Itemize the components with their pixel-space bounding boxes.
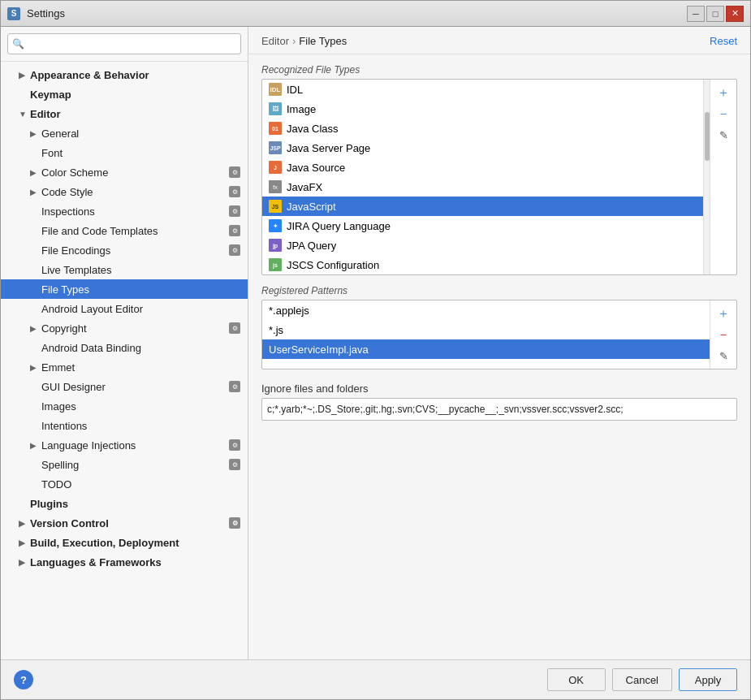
javafx-label: JavaFX xyxy=(287,181,697,193)
sidebar-item-build[interactable]: ▶ Build, Execution, Deployment xyxy=(1,533,248,552)
recognized-scrollbar[interactable] xyxy=(703,80,710,274)
jira-label: JIRA Query Language xyxy=(287,220,697,232)
list-item-java-server-page[interactable]: JSP Java Server Page xyxy=(262,138,703,158)
panels-area: Recognized File Types IDL IDL 🖼 Imag xyxy=(248,54,750,659)
close-button[interactable]: ✕ xyxy=(726,6,744,22)
sidebar-item-color-scheme[interactable]: ▶ Color Scheme ⚙ xyxy=(1,162,248,182)
cancel-button[interactable]: Cancel xyxy=(612,668,672,691)
idl-icon: IDL xyxy=(269,83,282,96)
bottom-bar: ? OK Cancel Apply xyxy=(1,659,750,699)
main-panel: Editor › File Types Reset Recognized Fil… xyxy=(248,27,750,659)
breadcrumb-separator: › xyxy=(292,35,296,47)
sidebar-item-android-layout-editor[interactable]: Android Layout Editor xyxy=(1,299,248,318)
remove-pattern-button[interactable]: － xyxy=(714,325,733,344)
list-item-idl[interactable]: IDL IDL xyxy=(262,80,703,99)
image-label: Image xyxy=(287,103,697,115)
sidebar-item-plugins[interactable]: Plugins xyxy=(1,494,248,513)
jsp-label: Java Server Page xyxy=(287,142,697,154)
list-item-applejs[interactable]: *.applejs xyxy=(262,300,710,320)
list-item-java-source[interactable]: J Java Source xyxy=(262,158,703,177)
search-icon: 🔍 xyxy=(12,38,24,50)
sidebar-item-file-encodings[interactable]: File Encodings ⚙ xyxy=(1,240,248,260)
ignore-label: Ignore files and folders xyxy=(261,382,737,395)
list-item-javafx[interactable]: fx JavaFX xyxy=(262,177,703,197)
sidebar-item-general[interactable]: ▶ General xyxy=(1,123,248,143)
list-item-js-pattern[interactable]: *.js xyxy=(262,320,710,339)
ok-button[interactable]: OK xyxy=(547,668,606,691)
java-source-icon: J xyxy=(269,161,282,174)
breadcrumb-parent: Editor xyxy=(261,35,289,47)
add-file-type-button[interactable]: ＋ xyxy=(714,83,733,102)
list-item-javascript[interactable]: JS JavaScript xyxy=(262,197,703,216)
expand-arrow-appearance: ▶ xyxy=(19,71,30,80)
sidebar-item-editor[interactable]: ▼ Editor xyxy=(1,104,248,123)
sidebar-item-version-control[interactable]: ▶ Version Control ⚙ xyxy=(1,513,248,533)
expand-arrow-general: ▶ xyxy=(30,129,41,138)
dialog-buttons: OK Cancel Apply xyxy=(547,668,737,691)
ignore-section: Ignore files and folders xyxy=(261,382,737,421)
jira-icon: ✦ xyxy=(269,219,282,232)
recognized-section-header: Recognized File Types xyxy=(261,64,737,76)
expand-arrow-copyright: ▶ xyxy=(30,324,41,333)
code-style-badge: ⚙ xyxy=(228,185,241,198)
recognized-actions: ＋ － ✎ xyxy=(710,80,736,274)
sidebar-item-emmet[interactable]: ▶ Emmet xyxy=(1,357,248,377)
idl-label: IDL xyxy=(287,84,697,96)
nav-tree: ▶ Appearance & Behavior Keymap ▼ Editor … xyxy=(1,62,248,659)
sidebar-item-appearance[interactable]: ▶ Appearance & Behavior xyxy=(1,65,248,84)
list-item-jscs-config[interactable]: js JSCS Configuration xyxy=(262,255,703,274)
sidebar-item-inspections[interactable]: Inspections ⚙ xyxy=(1,201,248,221)
sidebar-item-gui-designer[interactable]: GUI Designer ⚙ xyxy=(1,377,248,396)
java-class-label: Java Class xyxy=(287,123,697,135)
expand-arrow-color-scheme: ▶ xyxy=(30,168,41,177)
sidebar-item-android-data-binding[interactable]: Android Data Binding xyxy=(1,338,248,357)
list-item-jpa-query[interactable]: jp JPA Query xyxy=(262,235,703,255)
expand-arrow-code-style: ▶ xyxy=(30,188,41,197)
search-input[interactable] xyxy=(7,33,241,54)
reset-link[interactable]: Reset xyxy=(710,35,737,47)
ignore-input[interactable] xyxy=(261,398,737,421)
add-pattern-button[interactable]: ＋ xyxy=(714,304,733,323)
java-source-label: Java Source xyxy=(287,162,697,174)
file-templates-badge: ⚙ xyxy=(228,224,241,237)
sidebar-item-todo[interactable]: TODO xyxy=(1,474,248,494)
sidebar-item-copyright[interactable]: ▶ Copyright ⚙ xyxy=(1,318,248,338)
expand-arrow-editor: ▼ xyxy=(19,110,30,119)
maximize-button[interactable]: □ xyxy=(706,6,724,22)
sidebar-item-file-and-code-templates[interactable]: File and Code Templates ⚙ xyxy=(1,221,248,240)
jpa-label: JPA Query xyxy=(287,240,697,252)
remove-file-type-button[interactable]: － xyxy=(714,104,733,123)
edit-pattern-button[interactable]: ✎ xyxy=(714,346,733,365)
jpa-icon: jp xyxy=(269,239,282,252)
sidebar-item-live-templates[interactable]: Live Templates xyxy=(1,260,248,279)
sidebar-item-code-style[interactable]: ▶ Code Style ⚙ xyxy=(1,182,248,201)
recognized-file-types-list: IDL IDL 🖼 Image 01 Java Class xyxy=(262,80,703,274)
sidebar-item-intentions[interactable]: Intentions xyxy=(1,416,248,435)
sidebar-item-spelling[interactable]: Spelling ⚙ xyxy=(1,455,248,474)
apply-button[interactable]: Apply xyxy=(679,668,737,691)
edit-file-type-button[interactable]: ✎ xyxy=(714,125,733,145)
title-bar: S Settings ─ □ ✕ xyxy=(1,1,750,27)
list-item-jira-query[interactable]: ✦ JIRA Query Language xyxy=(262,216,703,235)
list-item-java-class[interactable]: 01 Java Class xyxy=(262,119,703,138)
registered-section-header: Registered Patterns xyxy=(261,285,737,296)
js-icon: JS xyxy=(269,200,282,213)
recognized-file-types-section: Recognized File Types IDL IDL 🖼 Imag xyxy=(261,64,737,275)
list-item-userservice[interactable]: UserServiceImpl.java xyxy=(262,339,710,359)
sidebar-item-font[interactable]: Font xyxy=(1,143,248,162)
sidebar-item-keymap[interactable]: Keymap xyxy=(1,84,248,104)
window-controls: ─ □ ✕ xyxy=(687,6,744,22)
recognized-file-types-list-container: IDL IDL 🖼 Image 01 Java Class xyxy=(261,79,737,275)
list-item-image[interactable]: 🖼 Image xyxy=(262,99,703,119)
registered-patterns-section: Registered Patterns *.applejs *.js xyxy=(261,285,737,369)
sidebar-item-language-injections[interactable]: ▶ Language Injections ⚙ xyxy=(1,435,248,455)
sidebar-item-file-types[interactable]: File Types xyxy=(1,279,248,299)
sidebar-item-languages[interactable]: ▶ Languages & Frameworks xyxy=(1,552,248,572)
js-pattern-label: *.js xyxy=(269,324,703,336)
applejs-label: *.applejs xyxy=(269,305,703,317)
registered-patterns-list-container: *.applejs *.js UserServiceImpl.java xyxy=(261,300,737,369)
minimize-button[interactable]: ─ xyxy=(687,6,705,22)
help-button[interactable]: ? xyxy=(14,670,33,689)
sidebar-item-images[interactable]: Images xyxy=(1,396,248,416)
jscs-label: JSCS Configuration xyxy=(287,259,697,271)
